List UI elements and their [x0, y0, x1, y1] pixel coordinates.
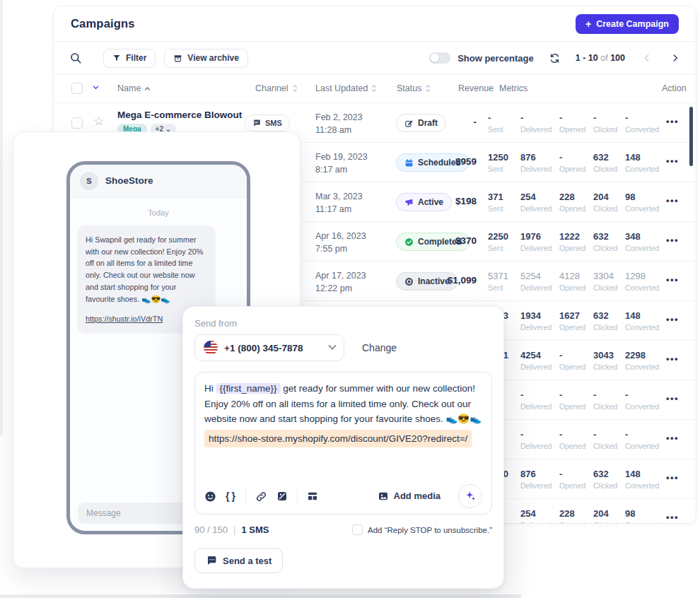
row-actions-button[interactable]: ••• — [666, 472, 679, 483]
column-header-name[interactable]: Name — [117, 83, 151, 93]
create-campaign-button[interactable]: + Create Campaign — [576, 14, 679, 34]
prev-page-chevron-icon[interactable] — [642, 53, 652, 63]
row-actions-button[interactable]: ••• — [666, 195, 679, 206]
column-header-action: Action — [662, 83, 687, 93]
column-header-status[interactable]: Status — [397, 83, 431, 93]
merge-tag-chip[interactable]: {{first_name}} — [216, 383, 281, 394]
metric-opened: -Opened — [559, 389, 585, 411]
metric-opened: -Opened — [559, 429, 585, 450]
compose-panel: Send from +1 (800) 345-7878 Change Hi {{… — [182, 306, 504, 589]
refresh-icon[interactable] — [549, 53, 560, 64]
background-panel-edge-bottom — [0, 594, 521, 598]
view-archive-button[interactable]: View archive — [164, 49, 248, 68]
metric-delivered: 876Delivered — [520, 152, 552, 173]
sms-message-text: Hi Swapnil get ready for summer with our… — [86, 235, 203, 303]
metric-delivered: 876Delivered — [520, 469, 552, 490]
metric-delivered: 1976Delivered — [520, 231, 552, 252]
discount-image-icon[interactable] — [276, 491, 288, 502]
merge-tags-icon[interactable]: { } — [226, 488, 236, 504]
sort-icon — [371, 84, 377, 93]
metric-converted: 98Converted — [625, 508, 659, 524]
sparkles-icon — [464, 490, 477, 503]
revenue-value: $959 — [416, 156, 477, 167]
metric-converted: 348Converted — [625, 231, 659, 252]
send-test-button[interactable]: Send a test — [194, 548, 283, 573]
ai-assistant-button[interactable] — [458, 484, 482, 508]
unsubscribe-checkbox[interactable] — [352, 524, 363, 535]
archive-icon — [173, 54, 182, 63]
metric-delivered: 4254Delivered — [520, 350, 552, 371]
metric-opened: -Opened — [559, 152, 585, 173]
row-actions-button[interactable]: ••• — [666, 512, 679, 522]
campaign-name[interactable]: Mega E-commerce Blowout — [117, 110, 242, 120]
metric-opened: -Opened — [559, 469, 585, 490]
column-header-channel[interactable]: Channel — [255, 83, 298, 93]
campaign-name-cell: Mega E-commerce Blowout Mega +2 ⌄ — [117, 110, 242, 134]
pagination: 1 - 10 of 100 — [576, 53, 625, 63]
metric-opened: 4128Opened — [559, 271, 585, 292]
filter-button[interactable]: Filter — [103, 49, 156, 68]
metric-delivered: 254Delivered — [520, 508, 552, 524]
row-actions-button[interactable]: ••• — [666, 433, 679, 443]
sender-number-select[interactable]: +1 (800) 345-7878 — [194, 334, 344, 361]
row-actions-button[interactable]: ••• — [666, 274, 679, 285]
unsubscribe-option: Add “Reply STOP to unsubscribe.” — [352, 524, 492, 535]
change-link[interactable]: Change — [362, 342, 397, 353]
last-updated-cell: Mar 3, 2023 11:17 am — [315, 190, 363, 216]
sms-message-link[interactable]: https://shustr.io/iVdrTN — [86, 313, 163, 325]
revenue-value: $370 — [416, 235, 477, 246]
unsubscribe-label: Add “Reply STOP to unsubscribe.” — [368, 526, 492, 534]
create-campaign-label: Create Campaign — [596, 19, 669, 29]
view-archive-label: View archive — [187, 53, 239, 63]
search-icon[interactable] — [69, 52, 82, 64]
add-media-button[interactable]: Add media — [378, 489, 441, 504]
metric-clicked: -Clicked — [593, 429, 617, 450]
chat-icon — [206, 555, 217, 566]
row-actions-button[interactable]: ••• — [666, 116, 679, 127]
last-updated-time: 11:17 am — [315, 203, 363, 216]
chevron-down-icon — [328, 342, 336, 350]
funnel-icon — [112, 54, 121, 62]
table-toolbar: Filter View archive Show percentage 1 - … — [54, 42, 696, 75]
last-updated-cell: Apr 16, 2023 7:55 pm — [315, 230, 366, 255]
highlighted-link-chip[interactable]: https://shoe-store.myshopify.com/discoun… — [204, 430, 472, 448]
row-actions-button[interactable]: ••• — [666, 156, 679, 166]
metric-clicked: 632Clicked — [593, 469, 617, 490]
day-label: Today — [70, 209, 247, 217]
metric-converted: 98Converted — [625, 192, 659, 213]
send-from-label: Send from — [194, 318, 492, 329]
metric-sent: 2250Sent — [488, 231, 508, 252]
last-updated-date: Mar 3, 2023 — [315, 190, 363, 203]
last-updated-date: Feb 19, 2023 — [315, 151, 368, 163]
us-flag-icon — [204, 341, 218, 355]
divider — [245, 490, 246, 503]
metric-converted: 2298Converted — [625, 350, 659, 371]
template-columns-icon[interactable] — [307, 491, 318, 502]
link-icon[interactable] — [255, 491, 267, 503]
metric-opened: -Opened — [559, 112, 585, 134]
select-all-checkbox[interactable] — [71, 83, 83, 94]
row-actions-button[interactable]: ••• — [666, 393, 679, 404]
select-all-chevron-icon[interactable] — [92, 83, 100, 91]
metric-converted: -Converted — [625, 429, 659, 450]
row-actions-button[interactable]: ••• — [666, 353, 679, 364]
status-icon — [404, 119, 414, 128]
star-icon[interactable]: ☆ — [93, 115, 104, 127]
last-updated-cell: Feb 2, 2023 11:28 am — [315, 111, 363, 136]
plus-icon: + — [585, 19, 591, 29]
metric-clicked: 3304Clicked — [593, 271, 617, 292]
metric-opened: -Opened — [559, 350, 585, 371]
row-actions-button[interactable]: ••• — [666, 235, 679, 245]
table-scrollbar[interactable] — [689, 107, 693, 166]
revenue-value: $198 — [416, 196, 477, 206]
row-checkbox[interactable] — [71, 117, 83, 129]
metric-opened: 228Opened — [559, 192, 585, 213]
column-header-last-updated[interactable]: Last Updated — [315, 83, 377, 93]
last-updated-date: Apr 17, 2023 — [315, 269, 366, 282]
show-percentage-toggle[interactable] — [429, 52, 450, 64]
row-actions-button[interactable]: ••• — [666, 314, 679, 324]
emoji-icon[interactable] — [204, 491, 216, 503]
message-editor[interactable]: Hi {{first_name}} get ready for summer w… — [194, 372, 492, 515]
last-updated-cell: Apr 17, 2023 12:22 pm — [315, 269, 366, 295]
next-page-chevron-icon[interactable] — [670, 53, 680, 63]
